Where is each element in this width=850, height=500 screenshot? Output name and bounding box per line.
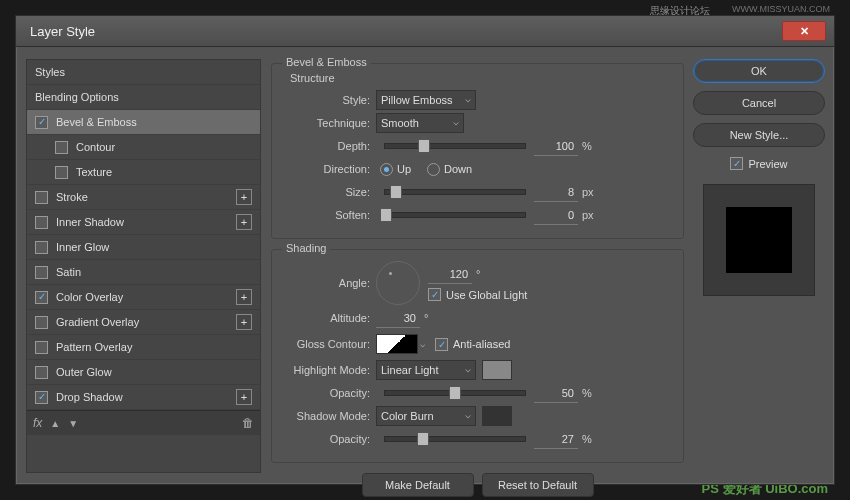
sidebar-checkbox[interactable] — [35, 291, 48, 304]
shadow-color-swatch[interactable] — [482, 406, 512, 426]
sidebar-item-label: Texture — [76, 166, 252, 178]
opacity2-label: Opacity: — [282, 433, 376, 445]
sidebar-item-bevel-emboss[interactable]: Bevel & Emboss — [27, 110, 260, 135]
shadow-opacity-slider[interactable] — [384, 436, 526, 442]
sidebar-item-label: Gradient Overlay — [56, 316, 236, 328]
sidebar-item-contour[interactable]: Contour — [27, 135, 260, 160]
sidebar-checkbox[interactable] — [35, 341, 48, 354]
opacity2-unit: % — [582, 433, 600, 445]
altitude-input[interactable] — [376, 309, 420, 328]
down-arrow-icon[interactable]: ▼ — [68, 418, 78, 429]
preview-checkbox[interactable] — [730, 157, 743, 170]
altitude-unit: ° — [424, 312, 442, 324]
sidebar-checkbox[interactable] — [55, 166, 68, 179]
soften-label: Soften: — [282, 209, 376, 221]
sidebar-checkbox[interactable] — [35, 316, 48, 329]
sidebar-item-outer-glow[interactable]: Outer Glow — [27, 360, 260, 385]
gloss-contour-label: Gloss Contour: — [282, 338, 376, 350]
sidebar-item-label: Satin — [56, 266, 252, 278]
sidebar-item-inner-glow[interactable]: Inner Glow — [27, 235, 260, 260]
direction-down-radio[interactable] — [427, 163, 440, 176]
soften-input[interactable] — [534, 206, 578, 225]
new-style-button[interactable]: New Style... — [693, 123, 825, 147]
styles-list: StylesBlending OptionsBevel & EmbossCont… — [26, 59, 261, 473]
direction-down-label: Down — [444, 163, 472, 175]
anti-aliased-checkbox[interactable] — [435, 338, 448, 351]
size-unit: px — [582, 186, 600, 198]
dialog-title: Layer Style — [24, 24, 782, 39]
technique-select[interactable]: Smooth — [376, 113, 464, 133]
highlight-opacity-input[interactable] — [534, 384, 578, 403]
size-input[interactable] — [534, 183, 578, 202]
sidebar-item-color-overlay[interactable]: Color Overlay+ — [27, 285, 260, 310]
highlight-color-swatch[interactable] — [482, 360, 512, 380]
reset-default-button[interactable]: Reset to Default — [482, 473, 594, 497]
technique-label: Technique: — [282, 117, 376, 129]
sidebar-checkbox[interactable] — [35, 216, 48, 229]
global-light-checkbox[interactable] — [428, 288, 441, 301]
ok-button[interactable]: OK — [693, 59, 825, 83]
add-effect-icon[interactable]: + — [236, 389, 252, 405]
trash-icon[interactable]: 🗑 — [242, 416, 254, 430]
size-slider[interactable] — [384, 189, 526, 195]
sidebar-checkbox[interactable] — [35, 191, 48, 204]
sidebar-checkbox[interactable] — [35, 266, 48, 279]
highlight-opacity-slider[interactable] — [384, 390, 526, 396]
style-select[interactable]: Pillow Emboss — [376, 90, 476, 110]
depth-slider[interactable] — [384, 143, 526, 149]
angle-input[interactable] — [428, 265, 472, 284]
add-effect-icon[interactable]: + — [236, 289, 252, 305]
sidebar-item-gradient-overlay[interactable]: Gradient Overlay+ — [27, 310, 260, 335]
sidebar-item-drop-shadow[interactable]: Drop Shadow+ — [27, 385, 260, 410]
sidebar-checkbox[interactable] — [35, 116, 48, 129]
add-effect-icon[interactable]: + — [236, 314, 252, 330]
sidebar-item-label: Blending Options — [35, 91, 252, 103]
sidebar-item-label: Drop Shadow — [56, 391, 236, 403]
gloss-contour-swatch[interactable] — [376, 334, 418, 354]
direction-up-radio[interactable] — [380, 163, 393, 176]
angle-dial[interactable] — [376, 261, 420, 305]
sidebar-item-texture[interactable]: Texture — [27, 160, 260, 185]
sidebar-checkbox[interactable] — [35, 241, 48, 254]
preview-image — [726, 207, 792, 273]
watermark-url: WWW.MISSYUAN.COM — [732, 4, 830, 14]
sidebar-item-pattern-overlay[interactable]: Pattern Overlay — [27, 335, 260, 360]
sidebar-checkbox[interactable] — [35, 391, 48, 404]
sidebar-item-label: Contour — [76, 141, 252, 153]
depth-input[interactable] — [534, 137, 578, 156]
add-effect-icon[interactable]: + — [236, 214, 252, 230]
highlight-mode-select[interactable]: Linear Light — [376, 360, 476, 380]
add-effect-icon[interactable]: + — [236, 189, 252, 205]
shadow-opacity-input[interactable] — [534, 430, 578, 449]
soften-slider[interactable] — [384, 212, 526, 218]
sidebar-item-label: Outer Glow — [56, 366, 252, 378]
direction-label: Direction: — [282, 163, 376, 175]
sidebar-item-label: Color Overlay — [56, 291, 236, 303]
global-light-label: Use Global Light — [446, 289, 527, 301]
sidebar-item-styles[interactable]: Styles — [27, 60, 260, 85]
direction-up-label: Up — [397, 163, 411, 175]
sidebar-item-satin[interactable]: Satin — [27, 260, 260, 285]
panel-title: Bevel & Emboss — [282, 56, 371, 68]
close-icon: ✕ — [800, 25, 809, 38]
close-button[interactable]: ✕ — [782, 21, 826, 41]
cancel-button[interactable]: Cancel — [693, 91, 825, 115]
make-default-button[interactable]: Make Default — [362, 473, 474, 497]
fx-icon[interactable]: fx — [33, 416, 42, 430]
size-label: Size: — [282, 186, 376, 198]
sidebar-item-stroke[interactable]: Stroke+ — [27, 185, 260, 210]
preview-label: Preview — [748, 158, 787, 170]
sidebar-item-blending-options[interactable]: Blending Options — [27, 85, 260, 110]
up-arrow-icon[interactable]: ▲ — [50, 418, 60, 429]
titlebar: Layer Style ✕ — [16, 16, 834, 47]
angle-label: Angle: — [282, 277, 376, 289]
sidebar-item-label: Inner Glow — [56, 241, 252, 253]
structure-group: Bevel & Emboss Structure Style: Pillow E… — [271, 63, 684, 239]
shading-group: Shading Angle: ° Use Global Light Altitu… — [271, 249, 684, 463]
shadow-mode-select[interactable]: Color Burn — [376, 406, 476, 426]
sidebar-checkbox[interactable] — [55, 141, 68, 154]
preview-panel — [703, 184, 815, 296]
sidebar-item-inner-shadow[interactable]: Inner Shadow+ — [27, 210, 260, 235]
sidebar-checkbox[interactable] — [35, 366, 48, 379]
soften-unit: px — [582, 209, 600, 221]
